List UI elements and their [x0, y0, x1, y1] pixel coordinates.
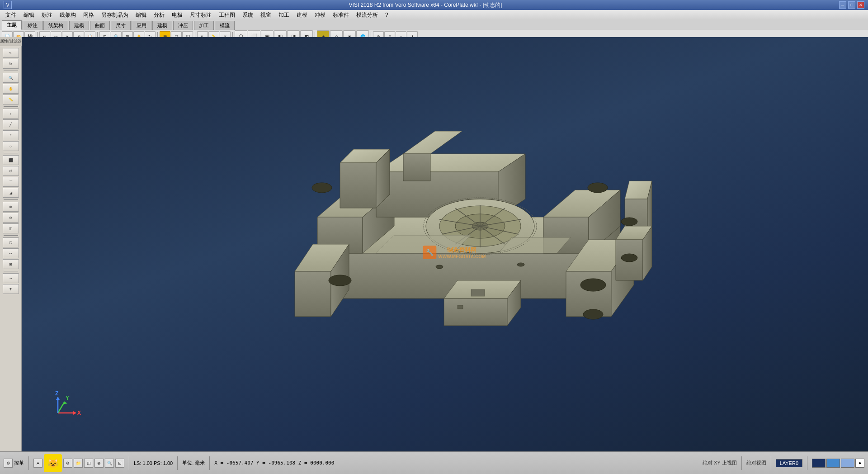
titlebar: V VISI 2018 R2 from Vero Software x64 - …	[0, 0, 868, 10]
menu-edit[interactable]: 编辑	[20, 10, 38, 20]
svg-point-51	[517, 263, 524, 266]
tab-row: 主题 标注 线架构 建模 曲面 尺寸 应用 建模 冲压 加工 模流	[0, 20, 868, 30]
menubar: 文件 编辑 标注 线架构 网格 另存制品为 编辑 分析 电极 尺寸标注 工程图 …	[0, 10, 868, 20]
svg-marker-63	[73, 411, 76, 415]
status-sep6	[771, 456, 771, 470]
status-abs-view: 绝对视图	[746, 460, 766, 466]
status-unit: 单位: 毫米	[182, 460, 205, 466]
sidebar-boolean-sub[interactable]: ⊖	[3, 213, 19, 223]
sidebar-chamfer[interactable]: ◢	[3, 188, 19, 198]
menu-file[interactable]: 文件	[2, 10, 20, 20]
status-control-icon: ⚙	[4, 459, 13, 468]
sidebar-point[interactable]: •	[3, 109, 19, 118]
menu-mesh[interactable]: 网格	[80, 10, 98, 20]
menu-dimension[interactable]: 尺寸标注	[186, 10, 215, 20]
status-icon-1[interactable]: A	[33, 459, 42, 468]
maximize-button[interactable]: □	[848, 1, 855, 9]
menu-annotate[interactable]: 标注	[38, 10, 56, 20]
menu-edit2[interactable]: 编辑	[132, 10, 150, 20]
window-controls: ─ □ ✕	[839, 1, 864, 9]
menu-machining[interactable]: 加工	[275, 10, 293, 20]
svg-marker-16	[295, 271, 331, 317]
tab-modeling[interactable]: 建模	[69, 21, 89, 30]
status-icon-6[interactable]: 🔍	[105, 459, 114, 468]
minimize-button[interactable]: ─	[839, 1, 846, 9]
menu-electrode[interactable]: 电极	[168, 10, 186, 20]
sidebar-array[interactable]: ⊞	[3, 259, 19, 269]
window-title: VISI 2018 R2 from Vero Software x64 - Co…	[12, 1, 839, 9]
menu-mold-flow[interactable]: 模流分析	[353, 10, 382, 20]
status-icon-7[interactable]: ⊡	[115, 459, 124, 468]
svg-point-49	[583, 309, 603, 319]
sidebar-zoom[interactable]: 🔍	[3, 73, 19, 83]
tab-moldflow[interactable]: 模流	[215, 21, 235, 30]
status-layer[interactable]: LAYER0	[776, 459, 802, 467]
status-sep1	[28, 456, 29, 470]
sidebar-boolean-union[interactable]: ⊕	[3, 202, 19, 212]
svg-marker-57	[444, 299, 507, 326]
status-icon-5[interactable]: ⊕	[94, 459, 104, 468]
status-coord-label: 绝对 XY 上视图	[703, 460, 737, 466]
sidebar-circle[interactable]: ○	[3, 141, 19, 151]
sidebar-arc[interactable]: ◜	[3, 130, 19, 140]
svg-point-45	[621, 218, 637, 226]
tab-surface[interactable]: 曲面	[90, 21, 110, 30]
menu-modeling[interactable]: 建模	[293, 10, 311, 20]
status-icons: A 😺 ⚙ 📁 ◫ ⊕ 🔍 ⊡	[33, 454, 124, 472]
menu-stamping[interactable]: 冲模	[311, 10, 329, 20]
status-view-label: 绝对视图	[746, 460, 766, 466]
sidebar-select[interactable]: ↖	[3, 48, 19, 58]
tab-machining[interactable]: 加工	[194, 21, 214, 30]
sidebar-div3	[4, 153, 18, 153]
svg-point-47	[329, 275, 351, 286]
status-sep4	[209, 456, 210, 470]
menu-save-as[interactable]: 另存制品为	[98, 10, 132, 20]
sidebar-rotate[interactable]: ↻	[3, 59, 19, 69]
sidebar-shell[interactable]: ◫	[3, 223, 19, 233]
status-view-mode: 绝对 XY 上视图	[703, 460, 737, 466]
svg-point-44	[588, 183, 608, 193]
sidebar-dimension[interactable]: ↔	[3, 273, 19, 283]
sidebar-revolve[interactable]: ↺	[3, 166, 19, 176]
menu-wireframe[interactable]: 线架构	[56, 10, 80, 20]
sidebar-measure[interactable]: 📏	[3, 95, 19, 104]
sidebar-pan[interactable]: ✋	[3, 84, 19, 94]
status-icon-3[interactable]: 📁	[74, 459, 83, 468]
svg-point-46	[621, 254, 637, 262]
viewport[interactable]: 🔧 制造资料网 WWW.MFGDATA.COM X Y	[22, 37, 868, 451]
sidebar-div5	[4, 235, 18, 236]
tab-modeling2[interactable]: 建模	[152, 21, 172, 30]
tab-main[interactable]: 主题	[2, 20, 22, 30]
tab-dimension[interactable]: 尺寸	[111, 21, 131, 30]
status-icon-4[interactable]: ◫	[84, 459, 93, 468]
sidebar-text[interactable]: T	[3, 284, 19, 294]
sidebar-extrude[interactable]: ⬛	[3, 155, 19, 165]
sidebar-line[interactable]: ╱	[3, 119, 19, 129]
svg-rect-59	[471, 289, 485, 296]
close-button[interactable]: ✕	[857, 1, 864, 9]
color-box-2[interactable]	[826, 459, 840, 468]
menu-drawing[interactable]: 工程图	[215, 10, 239, 20]
sidebar-fillet[interactable]: ⌒	[3, 177, 19, 187]
svg-point-43	[312, 183, 332, 193]
sidebar-div4	[4, 199, 18, 200]
menu-system[interactable]: 系统	[239, 10, 257, 20]
color-box-3[interactable]	[841, 459, 854, 468]
status-coord-text: X = -0657.407 Y = -0965.108 Z = 0000.000	[214, 460, 334, 466]
tab-apply[interactable]: 应用	[132, 21, 151, 30]
menu-view[interactable]: 视窗	[257, 10, 275, 20]
color-indicator[interactable]: ●	[855, 459, 864, 468]
status-sep2	[129, 456, 129, 470]
menu-analysis[interactable]: 分析	[150, 10, 168, 20]
menu-standard[interactable]: 标准件	[329, 10, 353, 20]
color-box-1[interactable]	[812, 459, 826, 468]
tab-annotate[interactable]: 标注	[23, 21, 42, 30]
status-control: ⚙ 控革	[4, 459, 24, 468]
status-layer-label: LAYER0	[780, 460, 798, 466]
menu-help[interactable]: ?	[382, 11, 392, 19]
tab-wireframe[interactable]: 线架构	[43, 21, 68, 30]
status-icon-2[interactable]: ⚙	[63, 459, 72, 468]
sidebar-transform[interactable]: ⬡	[3, 237, 19, 247]
sidebar-mirror[interactable]: ⇔	[3, 248, 19, 258]
tab-stamping[interactable]: 冲压	[173, 21, 193, 30]
